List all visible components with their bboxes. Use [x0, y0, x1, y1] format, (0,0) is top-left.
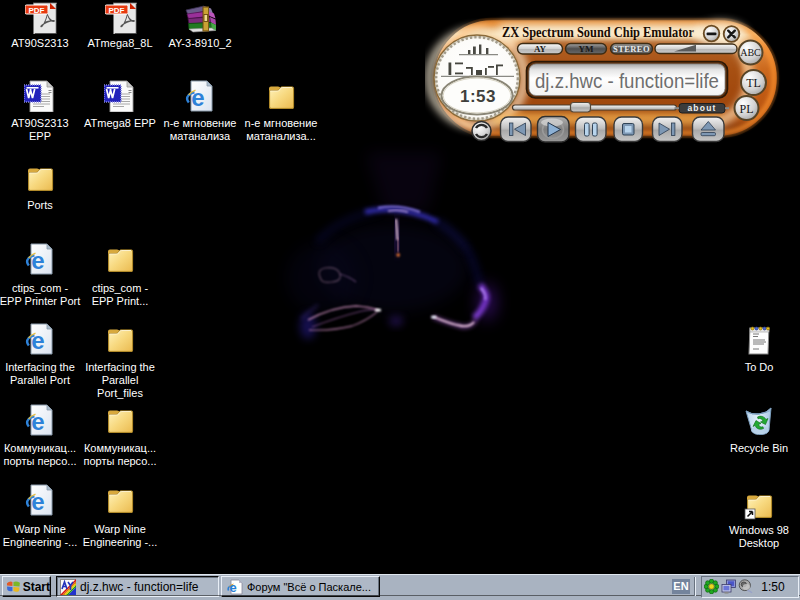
svg-text:YM: YM — [579, 44, 594, 54]
svg-text:TL: TL — [746, 76, 761, 90]
svg-text:dj.z.hwc - function=life: dj.z.hwc - function=life — [535, 69, 719, 92]
svg-text:1:53: 1:53 — [460, 87, 496, 106]
svg-text:PL: PL — [739, 102, 753, 116]
svg-text:about: about — [687, 103, 716, 113]
svg-text:STEREO: STEREO — [613, 44, 650, 54]
svg-text:e: e — [230, 580, 237, 595]
svg-text:ABC: ABC — [740, 47, 761, 58]
svg-text:ZX Spectrum Sound Chip Emulato: ZX Spectrum Sound Chip Emulator — [502, 25, 694, 40]
svg-text:AY: AY — [534, 44, 547, 54]
